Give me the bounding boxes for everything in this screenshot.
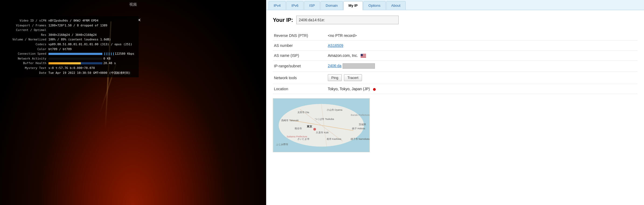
label-as-number: AS number: [273, 41, 327, 51]
ip-range-link[interactable]: 2406:da: [328, 64, 342, 68]
buffer-bar: [48, 62, 102, 64]
label-network-tools: Network tools: [273, 72, 327, 84]
svg-text:東京: 東京: [307, 125, 312, 128]
tab-domain[interactable]: Domain: [321, 1, 343, 10]
svg-text:Saitama Prefecture: Saitama Prefecture: [287, 135, 307, 138]
info-table: Reverse DNS (PTR) <no PTR record> AS num…: [273, 31, 638, 94]
stats-label-color: Color: [11, 47, 47, 52]
stats-value-buffer: 20.48 s: [47, 61, 135, 66]
stats-label-videoid: Video ID / sCPN: [11, 18, 47, 23]
stats-row-current: Current / Optimal: [11, 28, 135, 33]
right-panel: IPv4 IPv6 ISP Domain My IP Options About…: [266, 0, 644, 205]
your-ip-input[interactable]: [296, 16, 399, 24]
stats-row-mystery: Mystery Text s:8 t:57.76 b:0.000~78.078: [11, 66, 135, 71]
stats-value-color: bt709 / bt709: [47, 47, 135, 52]
svg-text:高崎市 Takasaki: 高崎市 Takasaki: [281, 119, 299, 122]
stats-row-videoid: Video ID / sCPN nBYZpsbu9ds / 8KWJ 4FRM …: [11, 18, 135, 23]
isp-name-text: Amazon.com, Inc.: [328, 53, 358, 58]
speed-tick: [107, 53, 107, 55]
tab-ipv6[interactable]: IPv6: [286, 1, 304, 10]
row-ip-range: IP-range/subnet 2406:da: [273, 61, 638, 72]
tracert-button[interactable]: Tracert: [344, 74, 362, 81]
stats-label-date: Date: [11, 71, 47, 75]
stats-label-connection: Connection Speed: [11, 51, 47, 56]
stats-value-videoid: nBYZpsbu9ds / 8KWJ 4FRM EPD4: [47, 18, 135, 23]
svg-text:銚子 Hokota: 銚子 Hokota: [352, 127, 365, 130]
connection-speed-value: 122580 Kbps: [115, 51, 134, 56]
svg-text:太田市 Ota: 太田市 Ota: [297, 111, 309, 114]
stats-row-volume: Volume / Normalized 100% / 89% (content …: [11, 37, 135, 42]
row-location: Location Tokyo, Tokyo, Japan (JP): [273, 84, 638, 94]
row-network-tools: Network tools Ping Tracert: [273, 72, 638, 84]
speed-ticks: [105, 53, 114, 55]
location-dot-icon: [373, 88, 376, 91]
stats-table: Video ID / sCPN nBYZpsbu9ds / 8KWJ 4FRM …: [11, 18, 135, 75]
row-reverse-dns: Reverse DNS (PTR) <no PTR record>: [273, 31, 638, 41]
stats-row-network: Network Activity 0 KB: [11, 56, 135, 61]
row-as-number: AS number AS16509: [273, 41, 638, 51]
value-ip-range: 2406:da: [327, 61, 638, 72]
stats-label-network: Network Activity: [11, 56, 47, 61]
tab-ipv4[interactable]: IPv4: [269, 1, 286, 10]
value-location: Tokyo, Tokyo, Japan (JP): [327, 84, 638, 94]
stats-value-mystery: s:8 t:57.76 b:0.000~78.078: [47, 66, 135, 71]
svg-text:つくば市 Tsukuba: つくば市 Tsukuba: [315, 118, 334, 120]
row-as-name: AS name (ISP) Amazon.com, Inc.: [273, 51, 638, 61]
stats-row-viewport: Viewport / Frames 1280×720*1.50 / 8 drop…: [11, 23, 135, 28]
stats-label-current: Current / Optimal: [11, 28, 47, 33]
network-bar: [48, 58, 102, 60]
svg-text:柏市 Kashiwa: 柏市 Kashiwa: [326, 138, 341, 141]
tab-isp[interactable]: ISP: [304, 1, 320, 10]
svg-text:さいたま市: さいたま市: [297, 138, 309, 141]
stats-value-volume: 100% / 89% (content loudness 1.0dB): [47, 37, 135, 42]
map-svg: 高崎市 Takasaki 太田市 Ota 小山市 Oyama Ibaraki P…: [273, 99, 370, 152]
tab-about[interactable]: About: [386, 1, 406, 10]
svg-text:小山市 Oyama: 小山市 Oyama: [327, 109, 342, 111]
stats-label-volume: Volume / Normalized: [11, 37, 47, 42]
svg-text:銚子市 Namekata: 銚子市 Namekata: [351, 138, 370, 141]
speed-tick: [109, 53, 109, 55]
stats-row-color: Color bt709 / bt709: [11, 47, 135, 52]
stats-label-buffer: Buffer Health: [11, 61, 47, 66]
stats-row-connection: Connection Speed 122580 Kb: [11, 51, 135, 56]
stats-row-date: Date Tue Apr 19 2022 10:38:50 GMT+0800 (…: [11, 71, 135, 75]
network-activity-value: 0 KB: [103, 56, 111, 61]
svg-text:茨城県: 茨城県: [359, 123, 366, 126]
svg-point-20: [313, 128, 316, 131]
map-container[interactable]: 高崎市 Takasaki 太田市 Ota 小山市 Oyama Ibaraki P…: [273, 98, 370, 152]
stats-value-current: [47, 28, 135, 33]
value-as-name: Amazon.com, Inc.: [327, 51, 638, 61]
label-location: Location: [273, 84, 327, 94]
svg-text:ふじみ野市: ふじみ野市: [276, 143, 288, 146]
location-text: Tokyo, Tokyo, Japan (JP): [328, 87, 370, 91]
buffer-health-value: 20.48 s: [103, 61, 116, 66]
stats-value-connection: 122580 Kbps: [47, 51, 135, 56]
as-number-link[interactable]: AS16509: [328, 43, 343, 48]
video-title: 视频: [129, 2, 137, 7]
speed-tick: [113, 53, 114, 55]
ip-range-redacted: [343, 63, 375, 69]
speed-bar: [48, 53, 102, 55]
buffer-bar-fill: [48, 62, 81, 64]
value-network-tools: Ping Tracert: [327, 72, 638, 84]
label-ip-range: IP-range/subnet: [273, 61, 327, 72]
svg-text:熊谷市: 熊谷市: [295, 127, 302, 130]
network-bar-container: 0 KB: [48, 56, 134, 61]
svg-text:Ibaraki Prefecture: Ibaraki Prefecture: [351, 114, 370, 117]
ping-button[interactable]: Ping: [328, 74, 342, 81]
stats-row-codecs: Codecs vp09.00.51.08.01.01.01.01.00 (313…: [11, 42, 135, 47]
value-reverse-dns: <no PTR record>: [327, 31, 638, 41]
speed-bar-fill: [48, 53, 102, 55]
tab-options[interactable]: Options: [363, 1, 386, 10]
stats-label-mystery: Mystery Text: [11, 66, 47, 71]
content-area: Your IP: Reverse DNS (PTR) <no PTR recor…: [266, 10, 644, 205]
tab-myip[interactable]: My IP: [343, 1, 363, 10]
label-reverse-dns: Reverse DNS (PTR): [273, 31, 327, 41]
stats-value-viewport: 1280×720*1.50 / 8 dropped of 1389: [47, 23, 135, 28]
your-ip-row: Your IP:: [273, 16, 638, 24]
stats-overlay: Video ID / sCPN nBYZpsbu9ds / 8KWJ 4FRM …: [8, 16, 139, 77]
speed-tick: [111, 53, 112, 55]
speed-bar-container: 122580 Kbps: [48, 51, 134, 56]
stats-label-viewport: Viewport / Frames: [11, 23, 47, 28]
stats-value-date: Tue Apr 19 2022 10:38:50 GMT+0800 (中国标准时…: [47, 71, 135, 75]
